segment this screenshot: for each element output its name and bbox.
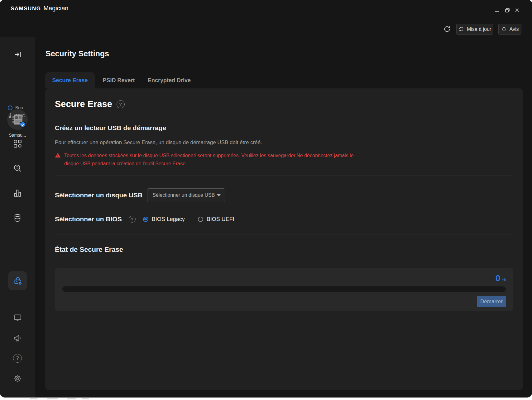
sidebar-item-dashboard[interactable] — [0, 139, 35, 148]
bios-select-row: Sélectionner un BIOS ? BIOS Legacy BIOS … — [55, 214, 234, 225]
minimize-button[interactable] — [493, 6, 501, 14]
taskbar-peek — [82, 398, 89, 399]
page-title: Security Settings — [46, 49, 109, 58]
tab-secure-erase[interactable]: Secure Erase — [45, 72, 95, 88]
divider — [55, 234, 513, 234]
tab-encrypted-drive[interactable]: Encrypted Drive — [146, 72, 193, 88]
sidebar-item-drive-details[interactable] — [0, 164, 35, 173]
usb-section-description: Pour effectuer une opération Secure Eras… — [55, 139, 262, 146]
minimize-icon — [495, 8, 500, 13]
usb-select-label: Sélectionner un disque USB — [55, 191, 142, 199]
chevron-down-icon — [217, 194, 221, 196]
thermometer-icon — [8, 113, 12, 119]
expand-arrow-icon — [14, 50, 22, 59]
start-button[interactable]: Démarrer — [477, 296, 506, 307]
sidebar-item-help[interactable]: ? — [0, 354, 35, 363]
app-window: SAMSUNG Magician Mise à jou — [0, 0, 532, 398]
progress-value: 0 — [496, 273, 501, 283]
bios-legacy-radio[interactable] — [143, 217, 148, 222]
dashboard-grid-icon — [13, 139, 22, 148]
tab-secure-erase-label: Secure Erase — [52, 77, 88, 84]
update-button[interactable]: Mise à jour — [456, 24, 493, 35]
ssd-drive-icon — [7, 109, 28, 130]
restore-button[interactable] — [503, 6, 511, 14]
bios-help-icon[interactable]: ? — [129, 216, 136, 223]
sidebar-item-security-settings[interactable] — [8, 271, 27, 290]
monitor-icon — [13, 313, 22, 322]
status-section-title: État de Secure Erase — [55, 246, 123, 254]
usb-select-dropdown-value: Sélectionner un disque USB — [152, 192, 217, 198]
taskbar-peek — [67, 398, 76, 399]
sidebar: Samsu... Bon 32°C — [0, 37, 35, 398]
notice-button-label: Avis — [510, 26, 519, 32]
sidebar-item-system-info[interactable] — [0, 313, 35, 322]
taskbar-strip — [0, 398, 532, 400]
bell-icon — [501, 26, 507, 32]
search-info-icon — [13, 164, 22, 173]
progress-unit: % — [502, 277, 506, 282]
usb-select-dropdown[interactable]: Sélectionner un disque USB — [147, 188, 225, 202]
drive-avatar[interactable] — [7, 109, 28, 130]
sidebar-item-announcements[interactable] — [0, 334, 35, 343]
sidebar-item-settings[interactable] — [0, 374, 35, 383]
restore-icon — [505, 7, 510, 13]
warning-triangle-icon — [55, 153, 61, 158]
help-icon: ? — [13, 354, 22, 363]
drive-temperature: 32°C — [8, 113, 25, 119]
bar-chart-icon — [13, 189, 22, 198]
notice-button[interactable]: Avis — [498, 24, 521, 35]
tab-psid-revert-label: PSID Revert — [103, 77, 135, 84]
bios-uefi-label[interactable]: BIOS UEFI — [207, 216, 234, 223]
section-heading: Secure Erase — [55, 99, 112, 109]
progress-percentage: 0 % — [496, 273, 506, 283]
database-icon — [13, 214, 22, 222]
refresh-button[interactable] — [442, 24, 452, 34]
section-heading-row: Secure Erase ? — [55, 99, 125, 109]
bios-uefi-radio[interactable] — [198, 217, 203, 222]
bios-legacy-label[interactable]: BIOS Legacy — [152, 216, 185, 223]
temperature-label: 32°C — [15, 113, 25, 118]
usb-select-row: Sélectionner un disque USB Sélectionner … — [55, 188, 225, 202]
titlebar: SAMSUNG Magician — [0, 0, 532, 17]
sidebar-item-performance[interactable] — [0, 189, 35, 198]
lock-settings-icon — [13, 276, 23, 286]
drive-name: Samsu... — [0, 133, 35, 138]
sidebar-item-diagnostic[interactable] — [0, 214, 35, 222]
tab-encrypted-drive-label: Encrypted Drive — [148, 77, 191, 84]
drive-health: Bon — [8, 105, 23, 111]
divider — [55, 176, 513, 176]
health-label: Bon — [15, 105, 23, 110]
sync-icon — [458, 26, 464, 32]
update-button-label: Mise à jour — [467, 26, 491, 32]
sidebar-expand-button[interactable] — [12, 49, 23, 60]
close-button[interactable] — [513, 6, 521, 14]
header-actions: Mise à jour Avis — [0, 24, 532, 35]
close-icon — [515, 8, 520, 13]
bios-select-label: Sélectionner un BIOS — [55, 215, 122, 223]
health-status-icon — [8, 106, 12, 110]
secure-erase-help-icon[interactable]: ? — [117, 100, 125, 108]
megaphone-icon — [13, 334, 22, 343]
secure-erase-status-card: 0 % Démarrer — [55, 268, 513, 311]
brand-samsung: SAMSUNG — [11, 6, 41, 12]
taskbar-peek — [47, 398, 58, 399]
brand-magician: Magician — [43, 5, 68, 12]
refresh-icon — [443, 25, 451, 33]
usb-warning: Toutes les données stockées sur le disqu… — [55, 152, 364, 168]
tab-psid-revert[interactable]: PSID Revert — [100, 72, 138, 88]
app-logo: SAMSUNG Magician — [11, 5, 68, 12]
usb-warning-text: Toutes les données stockées sur le disqu… — [64, 152, 364, 168]
taskbar-peek — [30, 398, 38, 399]
usb-section-title: Créez un lecteur USB de démarrage — [55, 124, 166, 132]
gear-icon — [13, 374, 22, 383]
secure-erase-panel: Secure Erase ? Créez un lecteur USB de d… — [45, 88, 523, 390]
progress-bar — [62, 286, 506, 292]
